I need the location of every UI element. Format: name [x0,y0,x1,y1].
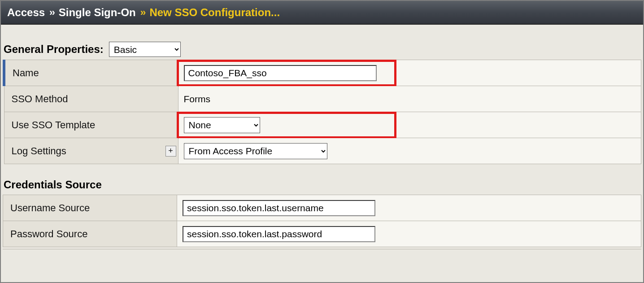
label-log-settings: Log Settings + [4,138,178,164]
trailing-divider [3,249,641,256]
cell-password-source-value [177,221,641,247]
row-sso-template: Use SSO Template None [4,112,641,138]
label-password-source: Password Source [3,221,177,247]
breadcrumb: Access ›› Single Sign-On ›› New SSO Conf… [1,1,643,25]
label-username-source: Username Source [3,195,177,221]
breadcrumb-sso[interactable]: Single Sign-On [59,6,136,19]
label-name-text: Name [13,67,39,78]
label-name: Name [4,60,178,86]
row-log-settings: Log Settings + From Access Profile [4,138,641,164]
username-source-input[interactable] [183,200,375,216]
label-sso-method: SSO Method [4,86,178,112]
breadcrumb-separator: ›› [140,7,145,18]
label-sso-method-text: SSO Method [12,93,68,104]
row-username-source: Username Source [3,195,641,221]
log-settings-select[interactable]: From Access Profile [184,143,327,159]
label-password-source-text: Password Source [10,228,87,239]
sso-method-value: Forms [184,94,211,104]
page-container: Access ›› Single Sign-On ›› New SSO Conf… [0,0,644,283]
cell-sso-method-value: Forms [178,86,641,112]
sso-template-select[interactable]: None [184,117,260,133]
row-password-source: Password Source [3,221,641,247]
row-sso-method: SSO Method Forms [4,86,641,112]
name-input[interactable] [184,65,377,81]
credentials-table: Username Source Password Source [3,195,641,247]
breadcrumb-access[interactable]: Access [7,6,45,19]
label-sso-template: Use SSO Template [4,112,178,138]
label-log-settings-text: Log Settings [12,145,66,157]
password-source-input[interactable] [183,226,375,242]
label-sso-template-text: Use SSO Template [12,119,96,131]
log-settings-add-button[interactable]: + [165,146,176,157]
breadcrumb-current: New SSO Configuration... [149,6,280,19]
general-properties-title: General Properties: [4,43,104,56]
properties-mode-select[interactable]: Basic [109,42,181,57]
label-username-source-text: Username Source [10,202,90,213]
breadcrumb-separator: ›› [49,7,54,18]
cell-log-settings-value: From Access Profile [178,138,641,164]
credentials-source-title: Credentials Source [1,164,643,195]
row-name: Name [4,60,641,86]
cell-name-value [178,60,641,86]
general-properties-table: Name SSO Method Forms Use SSO Template [3,60,641,164]
cell-sso-template-value: None [178,112,641,138]
general-properties-title-row: General Properties: Basic [1,25,643,60]
cell-username-source-value [177,195,641,221]
